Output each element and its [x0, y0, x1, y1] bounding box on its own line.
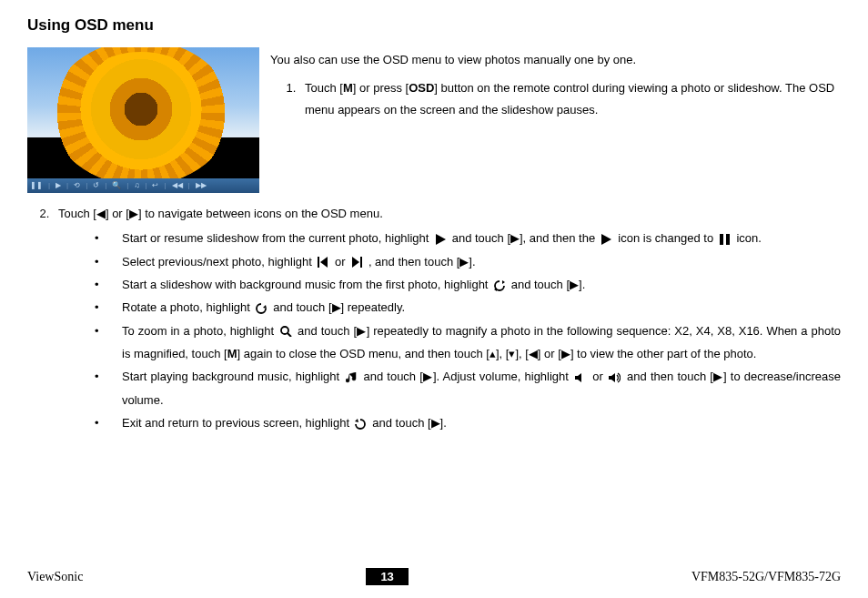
refresh-icon [491, 280, 508, 291]
music-icon [343, 372, 359, 383]
page-number: 13 [366, 568, 408, 585]
bullet-rotate: Rotate a photo, highlight and touch [▶] … [95, 296, 841, 319]
bullet-bgmusic-slideshow: Start a slideshow with background music … [95, 273, 841, 296]
page-footer: ViewSonic 13 VFM835-52G/VFM835-72G [27, 568, 841, 585]
intro-text: You also can use the OSD menu to view ph… [270, 47, 841, 193]
rotate-icon [254, 303, 270, 314]
bullet-music-volume: Start playing background music, highligh… [95, 365, 841, 411]
volume-down-icon [572, 372, 589, 383]
bullet-prev-next: Select previous/next photo, highlight or… [95, 250, 841, 273]
pause-icon [717, 234, 733, 245]
top-row: ❚❚| ▶| ⟲| ↺| 🔍| ♫| ↩| ◀◀| ▶▶ You also ca… [27, 47, 841, 193]
play-icon [599, 234, 615, 245]
step-1: Touch [M] or press [OSD] button on the r… [299, 77, 841, 122]
play-icon [432, 234, 449, 245]
zoom-icon [278, 326, 294, 337]
intro-line: You also can use the OSD menu to view ph… [270, 49, 841, 72]
bullet-zoom: To zoom in a photo, highlight and touch … [95, 319, 841, 366]
footer-brand: ViewSonic [27, 570, 83, 584]
example-photo: ❚❚| ▶| ⟲| ↺| 🔍| ♫| ↩| ◀◀| ▶▶ [27, 47, 259, 193]
volume-up-icon [607, 372, 623, 383]
previous-icon [315, 257, 331, 268]
osd-toolbar-illustration: ❚❚| ▶| ⟲| ↺| 🔍| ♫| ↩| ◀◀| ▶▶ [27, 178, 259, 193]
step-list: Touch [◀] or [▶] to navigate between ico… [27, 202, 841, 434]
back-icon [353, 419, 369, 430]
bullet-slideshow: Start or resume slideshow from the curre… [95, 227, 841, 249]
page-heading: Using OSD menu [27, 16, 841, 35]
next-icon [348, 257, 365, 268]
step-2: Touch [◀] or [▶] to navigate between ico… [53, 202, 841, 434]
bullet-exit: Exit and return to previous screen, high… [95, 411, 841, 434]
footer-model: VFM835-52G/VFM835-72G [691, 570, 841, 584]
